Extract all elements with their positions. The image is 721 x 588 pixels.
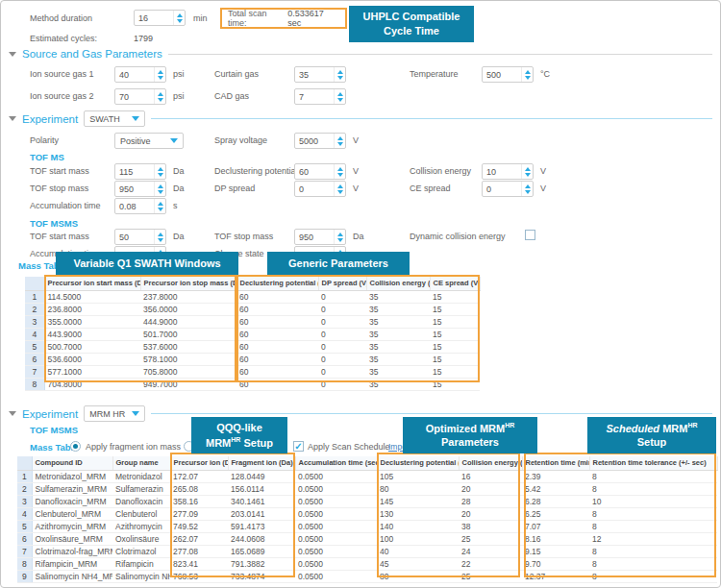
table-cell[interactable]: 358.16 [170,495,228,507]
table-cell[interactable]: 15 [430,303,480,315]
table-cell[interactable]: 2.39 [522,470,589,482]
table-cell[interactable]: 733.4874 [228,570,295,582]
accumulation-time-input[interactable]: 0.08 [114,198,166,214]
column-header[interactable]: Declustering potential (V) [377,456,459,470]
table-cell[interactable]: 45 [377,557,459,570]
spinner-up-icon[interactable] [525,167,531,171]
table-cell[interactable]: 6.28 [522,495,589,507]
table-cell[interactable]: 0 [318,328,366,340]
spinner-down-icon[interactable] [337,238,343,242]
row-number[interactable]: 7 [25,365,44,378]
table-cell[interactable]: 262.07 [170,532,228,545]
table-cell[interactable]: 156.0114 [228,482,295,495]
spinner-up-icon[interactable] [158,202,163,206]
table-cell[interactable]: 236.8000 [44,303,140,315]
row-number[interactable]: 4 [25,328,44,340]
spinner-icon[interactable] [521,164,533,179]
cad-gas-input[interactable]: 7 [294,88,346,105]
column-header[interactable]: Retention time tolerance (+/- sec) [589,456,717,470]
table-cell[interactable]: 28 [459,495,522,507]
table-cell[interactable]: 823.41 [170,557,228,570]
spinner-down-icon[interactable] [158,76,163,80]
table-cell[interactable]: 22 [459,557,522,570]
table-cell[interactable]: 60 [236,303,318,315]
spinner-up-icon[interactable] [525,184,531,188]
spinner-icon[interactable] [154,164,165,179]
column-header[interactable]: Precursor ion (Da) [170,456,228,470]
table-cell[interactable]: 0 [318,353,366,365]
table-cell[interactable]: Azithromycin_MRM [32,520,112,532]
table-cell[interactable]: 444.9000 [140,315,236,328]
table-cell[interactable]: 10 [589,495,717,507]
row-number[interactable]: 2 [17,482,32,495]
table-cell[interactable]: 0.0500 [295,532,377,545]
table-cell[interactable]: 8 [589,520,717,532]
table-cell[interactable]: Salinomycin NH4_MR.. [32,570,112,582]
table-cell[interactable]: 15 [430,353,480,365]
table-cell[interactable]: 536.6000 [44,353,140,365]
table-cell[interactable]: 100 [377,532,459,545]
table-cell[interactable]: 35 [366,303,430,315]
row-number[interactable]: 2 [25,303,44,315]
column-header[interactable]: Group name [112,456,170,470]
table-cell[interactable]: 0 [318,315,366,328]
table-cell[interactable]: 0 [318,378,366,390]
method-duration-input[interactable]: 16 [134,10,186,26]
table-cell[interactable]: Clenbuterol [112,507,170,520]
table-cell[interactable]: 8 [589,482,717,495]
table-cell[interactable]: Oxolinsäure_MRM [32,532,112,545]
column-header[interactable]: Fragment ion (Da) [228,456,295,470]
table-cell[interactable]: 501.7000 [140,328,236,340]
table-cell[interactable]: 237.8000 [140,290,236,303]
table-cell[interactable]: 244.0608 [228,532,295,545]
spinner-down-icon[interactable] [158,190,163,194]
table-cell[interactable]: Azithromycin [112,520,170,532]
table-cell[interactable]: 9.70 [522,557,589,570]
table-cell[interactable]: 8.16 [522,532,589,545]
table-cell[interactable]: 20 [459,482,522,495]
table-cell[interactable]: 15 [430,290,480,303]
spinner-icon[interactable] [521,182,533,196]
table-cell[interactable]: Rifampicin [112,557,170,570]
column-header[interactable]: Collision energy (V) [366,277,430,290]
table-cell[interactable]: 8 [589,470,717,482]
row-number[interactable]: 1 [17,470,32,482]
table-cell[interactable]: 130 [377,507,459,520]
spinner-up-icon[interactable] [337,92,343,96]
spinner-icon[interactable] [334,89,345,104]
msms-tof-stop-mass-input[interactable]: 950 [294,229,346,245]
row-number[interactable]: 3 [25,315,44,328]
table-cell[interactable]: 25 [459,532,522,545]
table-cell[interactable]: 15 [430,340,480,353]
table-cell[interactable]: 0 [318,340,366,353]
column-header[interactable]: Precursor ion start mass (Da) [44,277,140,290]
table-cell[interactable]: 203.0141 [228,507,295,520]
table-cell[interactable]: 35 [366,353,430,365]
tof-start-mass-input[interactable]: 115 [114,163,166,180]
column-header[interactable]: CE spread (V) [430,277,480,290]
row-number[interactable]: 8 [17,557,32,570]
table-cell[interactable]: 35 [366,378,430,390]
table-cell[interactable]: 24 [459,545,522,557]
spinner-icon[interactable] [334,67,345,82]
table-cell[interactable]: 500.7000 [44,340,140,353]
row-number[interactable]: 9 [17,570,32,582]
table-cell[interactable]: 40 [377,545,459,557]
spinner-up-icon[interactable] [158,233,163,236]
table-cell[interactable]: 277.08 [170,545,228,557]
table-cell[interactable]: Oxolinsäure [112,532,170,545]
row-number[interactable]: 3 [17,495,32,507]
table-cell[interactable]: Danofloxacin_MRM [32,495,112,507]
row-number[interactable]: 5 [25,340,44,353]
table-cell[interactable]: 165.0689 [228,545,295,557]
spinner-up-icon[interactable] [525,70,531,74]
spinner-icon[interactable] [154,67,165,82]
experiment-type-select[interactable]: SWATH [84,110,145,127]
table-cell[interactable]: 265.08 [170,482,228,495]
spinner-up-icon[interactable] [337,136,343,140]
spray-voltage-input[interactable]: 5000 [294,133,346,149]
table-cell[interactable]: 340.1461 [228,495,295,507]
table-cell[interactable]: 705.8000 [140,365,236,378]
table-cell[interactable]: 8 [589,557,717,570]
spinner-up-icon[interactable] [337,70,343,74]
